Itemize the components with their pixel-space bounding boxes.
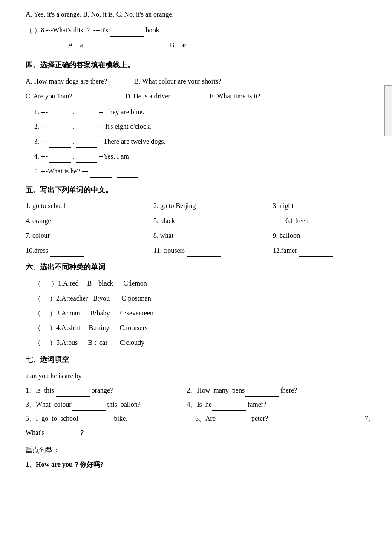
- right-bar-decoration: [384, 85, 392, 136]
- s4-q4-blank2: [76, 155, 97, 163]
- s4-q1-dot: .: [72, 108, 74, 116]
- s6-q4: （ ）4.A:shirt B:rainy C:trousers: [34, 322, 375, 334]
- top-options: A. Yes, it's a orange. B. No, it is. C. …: [26, 9, 375, 21]
- s4-q2-blank2: [76, 125, 97, 133]
- s4-q1: 1. --- . -- They are blue.: [34, 106, 375, 119]
- s7-row1: 1、Is this orange? 2、How many pens there?: [26, 384, 375, 397]
- s4-q3-blank2: [76, 140, 97, 148]
- q8-blank: [110, 29, 144, 37]
- section6-title: 六、选出不同种类的单词: [26, 261, 375, 274]
- s4-options-row2: C. Are you Tom? D. He is a driver . E. W…: [26, 90, 375, 103]
- s4-q5-blank1: [90, 170, 112, 178]
- s4-q1-blank1: [49, 110, 71, 118]
- s4-q2: 2. --- . -- It's eight o'clock.: [34, 121, 375, 133]
- q8-line: （ ）8.---What's this ？ ---It's book .: [26, 24, 375, 37]
- s7-words: a an you he is are by: [26, 370, 375, 382]
- s6-q1: （ ）1.A;red B；black C:lemon: [34, 278, 375, 290]
- section5-title: 五、写出下列单词的中文。: [26, 184, 375, 197]
- s4-q4: 4. --- . --Yes, I am.: [34, 150, 375, 163]
- s7-row2: 3、What colour this ballon? 4、Is he famer…: [26, 399, 375, 411]
- vocab-row-2: 4. orange 5. black 6:fifteen: [26, 215, 375, 227]
- s7-q7-cont: What's？: [26, 427, 375, 439]
- s4-q4-blank1: [49, 155, 71, 163]
- section4-title: 四、选择正确的答案填在横线上。: [26, 59, 375, 72]
- s4-q3-blank1: [49, 140, 71, 148]
- s7-row3: 5、I go to school bike. 6、Are peter? 7、: [26, 413, 375, 425]
- s6-q3: （ ）3.A:man B:baby C:seventeen: [34, 307, 375, 320]
- key1: 1、How are you？你好吗?: [26, 459, 375, 471]
- vocab-row-1: 1. go to school 2. go to Beijing 3. nigh…: [26, 200, 375, 212]
- s4-options-row1: A. How many dogs are there? B. What colo…: [26, 75, 375, 88]
- section7-title: 七、选词填空: [26, 353, 375, 367]
- s4-q2-blank1: [49, 125, 71, 133]
- vocab-row-3: 7. colour 8. what 9. balloon: [26, 230, 375, 242]
- vocab-row-4: 10.dress 11. trousers 12.famer: [26, 245, 375, 257]
- s4-q3: 3. --- . --There are twelve dogs.: [34, 136, 375, 148]
- s4-q1-blank2: [76, 110, 97, 118]
- s6-q2: （ ）2.A:teacher B:you C:postman: [34, 292, 375, 305]
- s4-q5-blank2: [117, 170, 138, 178]
- s6-q5: （ ）5.A:bus B：car C:cloudy: [34, 337, 375, 349]
- s4-q5: 5. ---What is he? --- . .: [34, 165, 375, 178]
- q8-options: A、a B、an: [68, 39, 375, 52]
- key-sentences-title: 重点句型：: [26, 444, 375, 457]
